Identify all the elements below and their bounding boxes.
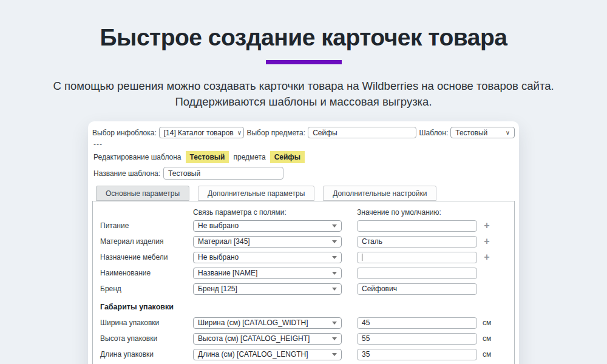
dimension-value-input[interactable]: 45 <box>357 317 477 329</box>
template-name-input-value: Тестовый <box>168 169 200 178</box>
param-default-input[interactable]: Сейфович <box>357 283 477 295</box>
chevron-down-icon: ∨ <box>506 130 510 136</box>
template-label: Шаблон: <box>419 129 448 137</box>
dimension-value-input[interactable]: 55 <box>357 333 477 345</box>
dimension-value-input[interactable]: 35 <box>357 349 477 360</box>
template-editor-card: Выбор инфоблока: [14] Каталог товаров ∨ … <box>88 121 519 364</box>
dimension-value: 45 <box>362 318 370 327</box>
param-link-select[interactable]: Не выбрано <box>193 252 342 263</box>
param-label: Материал изделия <box>100 237 193 246</box>
dimension-value: 55 <box>362 334 370 343</box>
dropdown-arrow-icon <box>332 337 337 340</box>
accent-divider <box>266 60 342 64</box>
subtitle-line-2: Поддерживаются шаблоны и массовая выгруз… <box>0 94 607 110</box>
page-title: Быстрое создание карточек товара <box>0 24 607 51</box>
dimension-link-value: Высота (см) [CATALOG_HEIGHT] <box>198 334 310 343</box>
param-default-input[interactable] <box>357 268 477 279</box>
main-parameters-panel: Связь параметра с полями: Значение по ум… <box>92 201 515 364</box>
dimension-link-value: Ширина (см) [CATALOG_WIDTH] <box>198 318 308 327</box>
param-row-brand: Бренд Бренд [125] Сейфович <box>100 281 514 297</box>
dimension-link-select[interactable]: Ширина (см) [CATALOG_WIDTH] <box>193 317 342 329</box>
tab-additional-parameters[interactable]: Дополнительные параметры <box>198 186 314 201</box>
editing-middle: предмета <box>233 153 265 161</box>
link-column-header: Связь параметра с полями: <box>193 208 342 217</box>
dropdown-arrow-icon <box>332 353 337 356</box>
dimension-row-width: Ширина упаковки Ширина (см) [CATALOG_WID… <box>100 315 514 331</box>
dropdown-arrow-icon <box>332 240 337 243</box>
dropdown-arrow-icon <box>332 288 337 291</box>
template-name-input[interactable]: Тестовый <box>163 167 283 180</box>
param-link-value: Материал [345] <box>198 237 250 246</box>
param-row-power: Питание Не выбрано + <box>100 218 514 234</box>
param-link-select[interactable]: Материал [345] <box>193 236 342 248</box>
subject-input[interactable]: Сейфы <box>308 127 416 138</box>
dimension-label: Длина упаковки <box>100 350 193 359</box>
template-select-value: Тестовый <box>455 129 487 137</box>
param-label: Бренд <box>100 285 193 293</box>
param-label: Питание <box>100 221 193 230</box>
param-link-select[interactable]: Название [NAME] <box>193 268 342 279</box>
dimensions-section-header: Габариты упаковки <box>100 303 514 311</box>
unit-label: см <box>483 334 510 343</box>
dimension-row-length: Длина упаковки Длина (см) [CATALOG_LENGT… <box>100 346 514 362</box>
tab-main-parameters[interactable]: Основные параметры <box>96 186 189 201</box>
unit-label: см <box>483 318 510 327</box>
unit-label: см <box>483 350 510 359</box>
param-row-material: Материал изделия Материал [345] Сталь + <box>100 234 514 249</box>
text-caret <box>362 254 362 261</box>
add-field-icon[interactable]: + <box>483 252 491 262</box>
param-default-value: Сталь <box>362 237 382 246</box>
infoblock-select-value: [14] Каталог товаров <box>164 129 234 137</box>
column-headers: Связь параметра с полями: Значение по ум… <box>100 206 514 217</box>
dropdown-arrow-icon <box>332 224 337 228</box>
default-column-header: Значение по умолчанию: <box>357 208 477 217</box>
param-link-value: Не выбрано <box>198 221 239 230</box>
editing-prefix: Редактирование шаблона <box>93 153 181 161</box>
dimension-link-value: Длина (см) [CATALOG_LENGTH] <box>198 350 308 359</box>
editing-status-line: Редактирование шаблона Тестовый предмета… <box>93 151 515 163</box>
tab-label: Дополнительные параметры <box>208 189 305 198</box>
template-name-row: Название шаблона: Тестовый <box>93 167 515 180</box>
subject-label: Выбор предмета: <box>246 129 305 137</box>
subject-name-badge: Сейфы <box>270 151 305 163</box>
dropdown-arrow-icon <box>332 272 337 275</box>
param-link-select[interactable]: Бренд [125] <box>193 283 342 295</box>
template-name-label: Название шаблона: <box>93 169 160 178</box>
dimension-label: Высота упаковки <box>100 334 193 343</box>
param-link-select[interactable]: Не выбрано <box>193 220 342 232</box>
infoblock-label: Выбор инфоблока: <box>92 129 157 137</box>
param-link-value: Название [NAME] <box>198 269 257 277</box>
tab-label: Основные параметры <box>106 189 180 198</box>
param-link-value: Бренд [125] <box>198 285 237 293</box>
add-field-icon[interactable]: + <box>483 221 491 231</box>
dropdown-arrow-icon <box>332 322 337 325</box>
dimension-label: Ширина упаковки <box>100 318 193 327</box>
param-default-input[interactable]: Сталь <box>357 236 477 248</box>
param-label: Наименование <box>100 269 193 277</box>
infoblock-select[interactable]: [14] Каталог товаров ∨ <box>159 127 245 138</box>
dimension-row-height: Высота упаковки Высота (см) [CATALOG_HEI… <box>100 331 514 346</box>
param-default-input-focused[interactable] <box>357 252 477 263</box>
subject-input-value: Сейфы <box>313 129 337 137</box>
editor-tabs: Основные параметры Дополнительные параме… <box>92 186 515 201</box>
param-label: Назначение мебели <box>100 253 193 261</box>
param-default-input[interactable] <box>357 220 477 232</box>
template-select[interactable]: Тестовый ∨ <box>450 127 515 138</box>
dropdown-arrow-icon <box>332 256 337 259</box>
separator-dashes: --- <box>93 140 515 149</box>
param-row-name: Наименование Название [NAME] <box>100 265 514 281</box>
template-name-badge: Тестовый <box>186 151 229 163</box>
dimension-link-select[interactable]: Высота (см) [CATALOG_HEIGHT] <box>193 333 342 345</box>
dimension-link-select[interactable]: Длина (см) [CATALOG_LENGTH] <box>193 349 342 360</box>
chevron-down-icon: ∨ <box>237 130 242 136</box>
param-row-furniture-purpose: Назначение мебели Не выбрано + <box>100 249 514 265</box>
param-default-value: Сейфович <box>362 285 397 293</box>
tab-label: Дополнительные настройки <box>333 189 427 198</box>
tab-additional-settings[interactable]: Дополнительные настройки <box>323 186 436 201</box>
hero-section: Быстрое создание карточек товара С помощ… <box>0 0 607 110</box>
param-link-value: Не выбрано <box>198 253 239 261</box>
dimension-value: 35 <box>362 350 370 359</box>
add-field-icon[interactable]: + <box>483 237 491 246</box>
subtitle-line-1: С помощью решения можно создавать карточ… <box>0 78 607 94</box>
toolbar: Выбор инфоблока: [14] Каталог товаров ∨ … <box>92 127 515 138</box>
